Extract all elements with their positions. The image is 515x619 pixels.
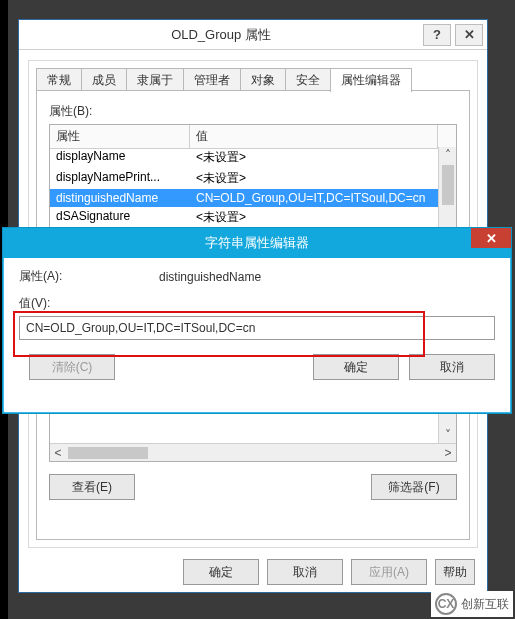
editor-close-button[interactable]: ✕ [471,228,511,248]
editor-title: 字符串属性编辑器 [3,234,511,252]
table-row[interactable]: displayNamePrint...<未设置> [50,168,438,189]
close-button[interactable]: ✕ [455,24,483,46]
table-row[interactable]: dSASignature<未设置> [50,207,438,228]
scroll-thumb[interactable] [442,165,454,205]
watermark-logo: CX 创新互联 [431,591,513,617]
ok-button[interactable]: 确定 [183,559,259,585]
logo-mark-icon: CX [435,593,457,615]
tab-memberof[interactable]: 隶属于 [126,68,184,92]
help-footer-button[interactable]: 帮助 [435,559,475,585]
attributes-label: 属性(B): [49,103,457,120]
tab-general[interactable]: 常规 [36,68,82,92]
tab-attribute-editor[interactable]: 属性编辑器 [330,68,412,92]
help-button[interactable]: ? [423,24,451,46]
table-row[interactable]: distinguishedNameCN=OLD_Group,OU=IT,DC=I… [50,189,438,207]
clear-button[interactable]: 清除(C) [29,354,115,380]
tabs: 常规 成员 隶属于 管理者 对象 安全 属性编辑器 [36,68,477,92]
attr-value: distinguishedName [159,270,261,284]
editor-titlebar: 字符串属性编辑器 ✕ [3,228,511,258]
logo-text: 创新互联 [461,596,509,613]
dialog-title: OLD_Group 属性 [19,26,423,44]
col-header-value[interactable]: 值 [190,125,438,148]
col-header-name[interactable]: 属性 [50,125,190,148]
value-label: 值(V): [19,295,495,312]
horizontal-scrollbar[interactable]: < > [50,443,456,461]
attr-label: 属性(A): [19,268,159,285]
tab-object[interactable]: 对象 [240,68,286,92]
tab-security[interactable]: 安全 [285,68,331,92]
cancel-button[interactable]: 取消 [267,559,343,585]
tab-managedby[interactable]: 管理者 [183,68,241,92]
scroll-left-icon[interactable]: < [50,445,66,461]
editor-ok-button[interactable]: 确定 [313,354,399,380]
table-header: 属性 值 [50,125,456,149]
filter-button[interactable]: 筛选器(F) [371,474,457,500]
scroll-thumb[interactable] [68,447,148,459]
apply-button[interactable]: 应用(A) [351,559,427,585]
string-editor-dialog: 字符串属性编辑器 ✕ 属性(A): distinguishedName 值(V)… [2,227,512,414]
table-row[interactable]: displayName<未设置> [50,147,438,168]
dialog-footer: 确定 取消 应用(A) 帮助 [19,552,487,592]
view-button[interactable]: 查看(E) [49,474,135,500]
titlebar: OLD_Group 属性 ? ✕ [19,20,487,50]
scroll-right-icon[interactable]: > [440,445,456,461]
col-header-scroll [438,125,456,148]
editor-cancel-button[interactable]: 取消 [409,354,495,380]
scroll-up-icon[interactable]: ˄ [440,147,456,163]
scroll-down-icon[interactable]: ˅ [440,427,456,443]
tab-members[interactable]: 成员 [81,68,127,92]
value-input[interactable] [19,316,495,340]
